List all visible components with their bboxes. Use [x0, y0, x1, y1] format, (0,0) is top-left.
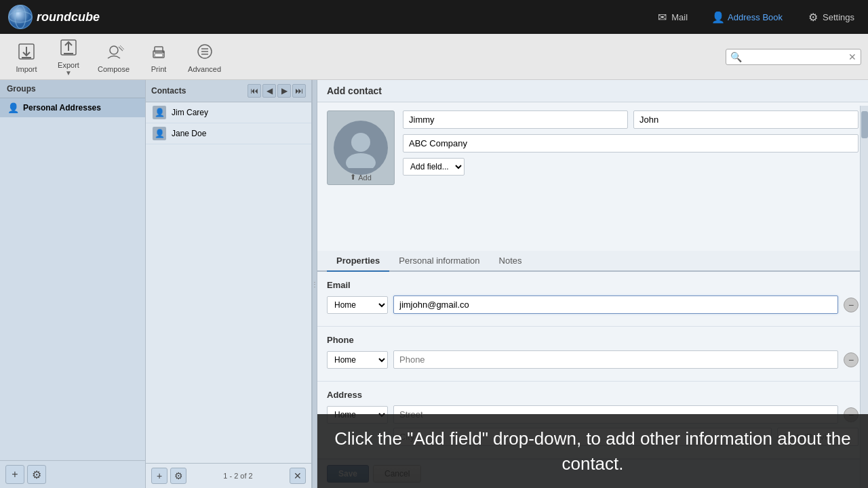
compose-button[interactable]: Compose: [91, 37, 136, 77]
contacts-nav: ⏮ ◀ ▶ ⏭: [248, 84, 306, 98]
svg-rect-14: [155, 54, 163, 57]
nav-mail-label: Mail: [671, 12, 688, 22]
tooltip-text: Click the "Add field" drop-down, to add …: [334, 428, 850, 473]
advanced-button[interactable]: Advanced: [181, 37, 228, 77]
contact-avatar-jane: 👤: [153, 127, 166, 140]
delete-contact-button[interactable]: ✕: [290, 468, 306, 484]
tab-properties[interactable]: Properties: [327, 251, 389, 272]
import-icon: [16, 41, 37, 62]
contacts-nav-next[interactable]: ▶: [277, 84, 291, 98]
group-settings-button[interactable]: ⚙: [27, 465, 46, 484]
search-box: 🔍 ✕: [726, 49, 861, 65]
svg-point-9: [110, 46, 118, 54]
contacts-actions: + ⚙: [151, 468, 186, 484]
contact-form: ⬆ Add Add field...: [317, 102, 868, 251]
add-photo-label: Add: [358, 174, 372, 182]
phone-section-title: Phone: [327, 335, 859, 345]
nav-addressbook-label: Address Book: [728, 12, 783, 22]
logo-text: roundcube: [37, 10, 100, 24]
scrollbar-thumb: [861, 111, 868, 138]
phone-input[interactable]: [393, 350, 838, 369]
email-type-select[interactable]: Home Work Other: [327, 296, 388, 314]
export-icon: [58, 37, 79, 58]
contact-fields: Add field...: [403, 110, 859, 185]
import-button[interactable]: Import: [7, 37, 46, 77]
settings-icon: ⚙: [807, 11, 819, 23]
svg-rect-13: [155, 47, 163, 52]
search-icon: 🔍: [730, 52, 742, 62]
search-clear-icon[interactable]: ✕: [848, 52, 856, 62]
contact-top-row: ⬆ Add Add field...: [327, 110, 859, 185]
compose-icon: [103, 41, 125, 62]
company-input[interactable]: [403, 134, 859, 152]
add-field-dropdown[interactable]: Add field...: [403, 158, 465, 176]
main-layout: Groups 👤 Personal Addresses + ⚙ Contacts…: [0, 80, 868, 488]
contact-name-jane: Jane Doe: [172, 129, 206, 138]
svg-point-21: [346, 153, 376, 168]
print-button[interactable]: Print: [139, 37, 178, 77]
last-name-input[interactable]: [633, 110, 859, 129]
phone-field-row: Home Work Mobile Other −: [327, 350, 859, 369]
phone-type-select[interactable]: Home Work Mobile Other: [327, 351, 388, 369]
contacts-nav-first[interactable]: ⏮: [248, 84, 261, 98]
add-photo-icon: ⬆: [350, 173, 356, 182]
svg-point-20: [351, 133, 370, 152]
sidebar-item-label: Personal Addresses: [23, 103, 101, 113]
export-button[interactable]: Export ▼: [49, 33, 88, 81]
add-contact-button[interactable]: +: [151, 468, 167, 484]
contact-settings-button[interactable]: ⚙: [170, 468, 186, 484]
tabs: Properties Personal information Notes: [317, 251, 868, 272]
sidebar: Groups 👤 Personal Addresses + ⚙: [0, 80, 146, 488]
nav-settings[interactable]: ⚙ Settings: [802, 8, 860, 26]
contact-photo: ⬆ Add: [327, 110, 395, 185]
first-name-input[interactable]: [403, 110, 628, 129]
phone-remove-button[interactable]: −: [844, 352, 859, 367]
advanced-icon: [194, 41, 216, 62]
topbar: roundcube ✉ Mail 👤 Address Book ⚙ Settin…: [0, 0, 868, 34]
contacts-nav-last[interactable]: ⏭: [292, 84, 306, 98]
email-input[interactable]: [393, 296, 838, 314]
nav-addressbook[interactable]: 👤 Address Book: [707, 8, 788, 26]
search-input[interactable]: [745, 52, 846, 62]
name-row: [403, 110, 859, 129]
nav-mail[interactable]: ✉ Mail: [650, 8, 693, 26]
svg-point-0: [9, 5, 32, 28]
resize-handle[interactable]: ⋮: [312, 80, 317, 488]
import-label: Import: [16, 65, 37, 73]
contact-item-jane-doe[interactable]: 👤 Jane Doe: [146, 123, 311, 144]
advanced-label: Advanced: [188, 65, 221, 73]
avatar: [334, 121, 388, 175]
logo-icon: [8, 5, 33, 29]
address-section-title: Address: [327, 390, 859, 400]
contact-item-jim-carey[interactable]: 👤 Jim Carey: [146, 102, 311, 123]
tab-notes[interactable]: Notes: [490, 251, 532, 272]
phone-section: Phone Home Work Mobile Other −: [317, 327, 868, 382]
contacts-nav-prev[interactable]: ◀: [262, 84, 276, 98]
sidebar-item-personal-addresses[interactable]: 👤 Personal Addresses: [0, 98, 145, 117]
contact-name-jim: Jim Carey: [172, 108, 208, 117]
nav-settings-label: Settings: [823, 12, 854, 22]
compose-label: Compose: [98, 65, 130, 73]
toolbar: Import Export ▼ Compose: [0, 34, 868, 80]
add-photo-button[interactable]: ⬆ Add: [350, 173, 372, 182]
email-section: Email Home Work Other −: [317, 272, 868, 327]
tab-personal[interactable]: Personal information: [389, 251, 489, 272]
email-field-row: Home Work Other −: [327, 296, 859, 314]
contacts-title: Contacts: [151, 86, 186, 96]
print-label: Print: [151, 65, 167, 73]
contacts-panel: Contacts ⏮ ◀ ▶ ⏭ 👤 Jim Carey 👤 Jane Doe …: [146, 80, 312, 488]
mail-icon: ✉: [656, 11, 668, 23]
add-field-row: Add field...: [403, 158, 859, 176]
personal-addresses-icon: 👤: [7, 102, 19, 114]
export-label: Export: [58, 61, 79, 69]
print-icon: [148, 41, 170, 62]
export-dropdown: ▼: [65, 69, 72, 77]
email-remove-button[interactable]: −: [844, 298, 859, 312]
contact-avatar-jim: 👤: [153, 106, 166, 119]
contacts-bottom: + ⚙ 1 - 2 of 2 ✕: [146, 463, 311, 488]
add-group-button[interactable]: +: [5, 465, 24, 484]
page-title: Add contact: [327, 85, 382, 96]
contacts-header: Contacts ⏮ ◀ ▶ ⏭: [146, 80, 311, 102]
content-header: Add contact: [317, 80, 868, 102]
tooltip-overlay: Click the "Add field" drop-down, to add …: [317, 414, 868, 488]
